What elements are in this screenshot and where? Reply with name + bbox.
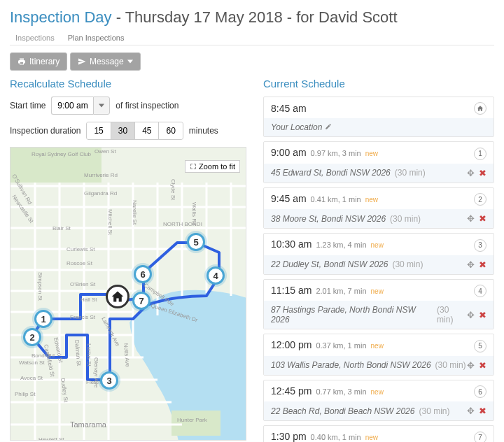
schedule-address: 38 Moore St, Bondi NSW 2026 [271,214,386,224]
new-badge: new [365,434,378,441]
svg-text:Hunter Park: Hunter Park [177,417,208,423]
schedule-duration: (30 min) [435,360,466,370]
move-icon[interactable]: ✥ [467,310,475,320]
tab-inspections[interactable]: Inspections [10,31,60,45]
message-button[interactable]: Message [70,52,141,71]
map-marker-3[interactable]: 3 [100,371,118,390]
print-icon [18,57,26,66]
duration-45[interactable]: 45 [134,122,159,140]
svg-text:Royal Sydney Golf Club: Royal Sydney Golf Club [31,151,91,157]
schedule-item: 12:00 pm0.37 km, 1 minnew5103 Wallis Par… [263,334,494,376]
schedule-distance: 0.40 km, 1 min [311,433,361,441]
remove-icon[interactable]: ✖ [479,213,486,224]
move-icon[interactable]: ✥ [467,406,475,416]
svg-text:Clyde St: Clyde St [170,179,176,201]
svg-text:Blair St: Blair St [52,225,71,231]
schedule-time: 10:30 am [271,238,312,250]
remove-icon[interactable]: ✖ [479,259,486,270]
schedule-distance: 1.23 km, 4 min [316,241,366,249]
schedule-time: 9:00 am [271,147,307,158]
svg-text:Narelle St: Narelle St [132,200,138,225]
map-marker-2[interactable]: 2 [23,328,41,346]
schedule-time: 8:45 am [271,103,307,114]
zoom-to-fit-button[interactable]: Zoom to fit [185,160,240,173]
schedule-item: 8:45 amYour Location [263,97,494,137]
pencil-icon[interactable] [325,122,332,132]
message-label: Message [90,57,124,66]
svg-text:Tamarama: Tamarama [70,420,107,429]
schedule-item: 11:15 am2.01 km, 7 minnew487 Hastings Pa… [263,279,494,330]
expand-icon [190,163,197,170]
svg-text:Philip St: Philip St [15,391,36,397]
duration-label: Inspection duration [10,126,80,136]
start-time-dropdown[interactable] [93,97,110,115]
remove-icon[interactable]: ✖ [479,406,486,416]
start-time-suffix: of first inspection [115,101,178,110]
map-marker-home[interactable] [106,285,130,308]
stop-badge: 2 [474,193,486,206]
caret-down-icon [127,59,133,64]
svg-text:Hewlett St: Hewlett St [38,436,64,441]
duration-suffix: minutes [189,126,218,136]
tab-plan-inspections[interactable]: Plan Inspections [62,31,130,45]
svg-text:Owen St: Owen St [94,148,116,155]
svg-text:Murriverie Rd: Murriverie Rd [84,172,118,178]
zoom-to-fit-label: Zoom to fit [199,162,235,171]
move-icon[interactable]: ✥ [467,360,475,371]
schedule-address: 87 Hastings Parade, North Bondi NSW 2026 [271,305,433,325]
schedule-time: 11:15 am [271,285,312,296]
schedule-distance: 0.77 km, 3 min [316,387,366,396]
svg-text:Notts Ave: Notts Ave [122,343,131,367]
schedule-item: 1:30 pm0.40 km, 1 minnew715 Hall St, Bon… [263,425,494,442]
schedule-time: 1:30 pm [271,431,307,442]
duration-15[interactable]: 15 [86,122,111,140]
stop-badge: 1 [474,148,486,160]
send-icon [78,57,86,66]
start-time-input[interactable] [51,97,93,115]
duration-segmented: 15 30 45 60 [86,122,183,140]
title-accent: Inspection Day [10,8,112,26]
itinerary-button[interactable]: Itinerary [10,52,67,71]
schedule-address: 22 Dudley St, Bondi NSW 2026 [271,259,388,269]
schedule-distance: 0.97 km, 3 min [311,149,361,157]
map-marker-1[interactable]: 1 [34,310,52,328]
svg-text:Glenayr Ave: Glenayr Ave [93,357,99,388]
schedule-heading: Current Schedule [263,78,494,90]
schedule-distance: 2.01 km, 7 min [316,287,366,295]
duration-30[interactable]: 30 [111,122,135,140]
svg-text:Hall St: Hall St [80,297,97,303]
recalc-heading: Recalculate Schedule [10,78,246,90]
schedule-item: 9:45 am0.41 km, 1 minnew238 Moore St, Bo… [263,187,494,229]
schedule-distance: 0.37 km, 1 min [316,341,366,350]
schedule-duration: (30 min) [419,406,449,416]
schedule-time: 9:45 am [271,193,307,204]
map[interactable]: Tamarama NORTH BONDI Royal Sydney Golf C… [10,147,246,441]
tab-bar: Inspections Plan Inspections [10,31,494,45]
stop-badge: 6 [474,385,486,398]
caret-down-icon [99,103,104,108]
remove-icon[interactable]: ✖ [479,168,486,178]
svg-text:Curlewis St: Curlewis St [66,246,95,252]
schedule-duration: (30 min) [392,259,423,269]
remove-icon[interactable]: ✖ [479,360,486,371]
new-badge: new [371,241,384,249]
new-badge: new [371,388,384,396]
map-marker-4[interactable]: 4 [206,266,225,285]
map-marker-5[interactable]: 5 [187,233,205,251]
new-badge: new [365,150,378,157]
map-marker-6[interactable]: 6 [134,265,152,283]
move-icon[interactable]: ✥ [467,259,475,270]
schedule-item: 12:45 pm0.77 km, 3 minnew622 Beach Rd, B… [263,380,494,422]
schedule-time: 12:00 pm [271,339,312,350]
remove-icon[interactable]: ✖ [479,310,486,320]
home-icon [111,290,125,304]
schedule-distance: 0.41 km, 1 min [311,195,361,204]
svg-text:Castlefield St: Castlefield St [43,344,56,378]
svg-text:Avoca St: Avoca St [20,375,43,381]
move-icon[interactable]: ✥ [467,213,475,224]
map-marker-7[interactable]: 7 [132,292,150,310]
duration-60[interactable]: 60 [158,122,183,140]
itinerary-label: Itinerary [29,57,59,66]
move-icon[interactable]: ✥ [467,168,475,178]
stop-badge: 4 [474,285,486,297]
